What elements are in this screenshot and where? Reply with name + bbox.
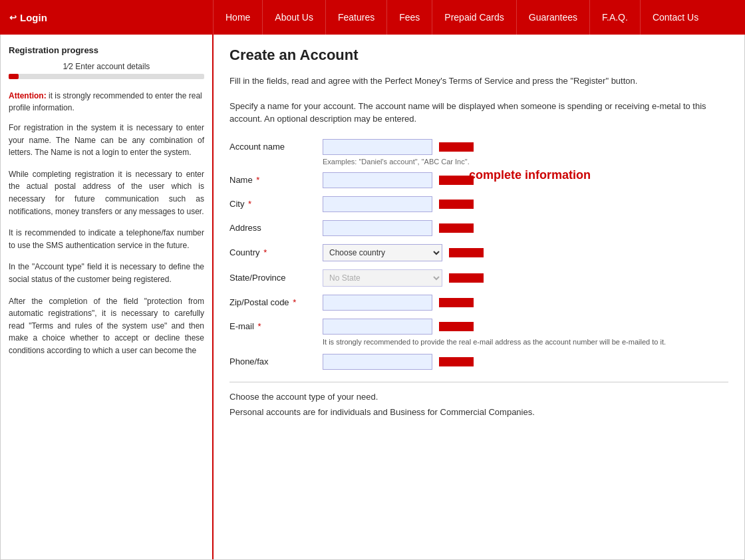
main-layout: Registration progress 1⁄2 Enter account … bbox=[0, 35, 745, 560]
main-nav: Home About Us Features Fees Prepaid Card… bbox=[213, 0, 745, 35]
country-required: * bbox=[261, 247, 267, 257]
account-type-text2: Personal accounts are for individuals an… bbox=[229, 407, 728, 417]
registration-progress-title: Registration progress bbox=[9, 45, 204, 55]
address-label: Address bbox=[229, 223, 323, 233]
email-indicator bbox=[439, 322, 474, 331]
zip-required: * bbox=[291, 297, 297, 307]
state-select[interactable]: No State bbox=[323, 269, 442, 287]
zip-indicator bbox=[439, 298, 474, 307]
city-required: * bbox=[245, 199, 251, 209]
sidebar-para-1: For registration in the system it is nec… bbox=[9, 122, 204, 159]
city-row: City * bbox=[229, 196, 728, 212]
nav-contact[interactable]: Contact Us bbox=[640, 0, 710, 35]
city-indicator bbox=[439, 200, 474, 209]
logo-area: ↩ Login bbox=[0, 0, 213, 35]
email-hint: It is strongly recommended to provide th… bbox=[323, 337, 728, 347]
nav-home[interactable]: Home bbox=[213, 0, 262, 35]
sidebar-para-3: It is recommended to indicate a telephon… bbox=[9, 227, 204, 251]
progress-bar bbox=[9, 74, 204, 79]
nav-fees[interactable]: Fees bbox=[386, 0, 432, 35]
zip-input[interactable] bbox=[323, 295, 432, 311]
country-row: Country * Choose country bbox=[229, 244, 728, 261]
name-required: * bbox=[254, 175, 260, 185]
nav-prepaid[interactable]: Prepaid Cards bbox=[432, 0, 516, 35]
nav-faq[interactable]: F.A.Q. bbox=[589, 0, 640, 35]
city-label: City * bbox=[229, 199, 323, 209]
account-name-indicator bbox=[439, 142, 474, 152]
header: ↩ Login Home About Us Features Fees Prep… bbox=[0, 0, 745, 35]
email-label: E-mail * bbox=[229, 321, 323, 331]
phone-row: Phone/fax bbox=[229, 354, 728, 370]
complete-info-label: complete information bbox=[469, 168, 591, 182]
city-input[interactable] bbox=[323, 196, 432, 212]
name-row: Name * complete information bbox=[229, 172, 728, 188]
attention-text: Attention: it is strongly recommended to… bbox=[9, 90, 204, 114]
content-area: Create an Account Fill in the fields, re… bbox=[214, 35, 744, 559]
account-type-section: Choose the account type of your need. Pe… bbox=[229, 382, 728, 417]
account-name-label: Account name bbox=[229, 142, 323, 152]
account-description: Specify a name for your account. The acc… bbox=[229, 100, 728, 126]
nav-features[interactable]: Features bbox=[325, 0, 386, 35]
state-label: State/Province bbox=[229, 273, 323, 283]
progress-bar-fill bbox=[9, 74, 19, 79]
address-indicator bbox=[439, 223, 474, 233]
nav-guarantees[interactable]: Guarantees bbox=[516, 0, 589, 35]
zip-row: Zip/Postal code * bbox=[229, 295, 728, 311]
intro-text: Fill in the fields, read and agree with … bbox=[229, 74, 728, 88]
state-indicator bbox=[449, 273, 484, 283]
account-name-hint: Examples: "Daniel's account", "ABC Car I… bbox=[323, 158, 728, 166]
sidebar-para-2: While completing registration it is nece… bbox=[9, 168, 204, 217]
sidebar-para-4: In the "Account type" field it is necess… bbox=[9, 261, 204, 285]
zip-label: Zip/Postal code * bbox=[229, 297, 323, 307]
email-row: E-mail * bbox=[229, 319, 728, 335]
name-label: Name * bbox=[229, 175, 323, 185]
sidebar: Registration progress 1⁄2 Enter account … bbox=[1, 35, 214, 559]
account-name-input[interactable] bbox=[323, 139, 432, 155]
login-link[interactable]: ↩ Login bbox=[9, 12, 47, 23]
account-type-text1: Choose the account type of your need. bbox=[229, 392, 728, 402]
state-row: State/Province No State bbox=[229, 269, 728, 287]
login-icon: ↩ bbox=[9, 13, 17, 23]
nav-about[interactable]: About Us bbox=[262, 0, 325, 35]
email-input[interactable] bbox=[323, 319, 432, 335]
phone-indicator bbox=[439, 357, 474, 366]
page-title: Create an Account bbox=[229, 47, 728, 64]
country-indicator bbox=[449, 248, 484, 257]
country-label: Country * bbox=[229, 247, 323, 257]
phone-label: Phone/fax bbox=[229, 356, 323, 366]
attention-label: Attention: bbox=[9, 91, 47, 100]
progress-step-label: 1⁄2 Enter account details bbox=[9, 62, 204, 71]
account-name-row: Account name bbox=[229, 139, 728, 155]
name-input[interactable] bbox=[323, 172, 432, 188]
email-required: * bbox=[255, 321, 261, 331]
sidebar-para-5: After the completion of the field "prote… bbox=[9, 295, 204, 357]
address-input[interactable] bbox=[323, 220, 432, 236]
login-label: Login bbox=[20, 12, 47, 23]
phone-input[interactable] bbox=[323, 354, 432, 370]
address-row: Address bbox=[229, 220, 728, 236]
country-select[interactable]: Choose country bbox=[323, 244, 442, 261]
